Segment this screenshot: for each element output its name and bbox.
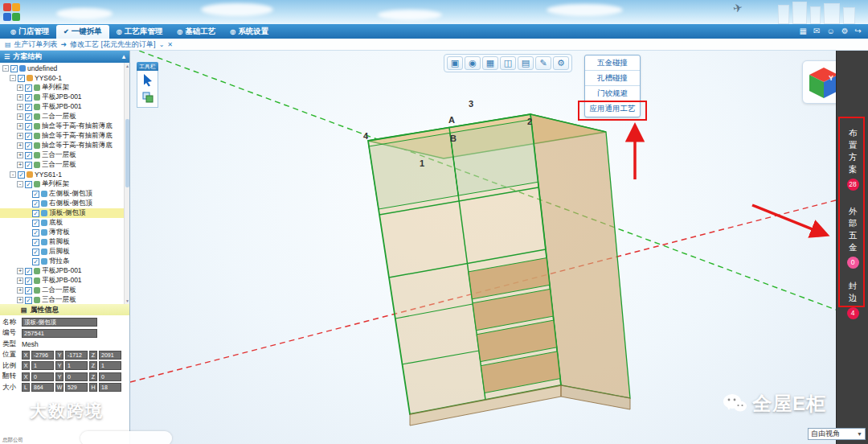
tree-item[interactable]: +✓平板JPB-001 bbox=[0, 266, 129, 276]
tree-item[interactable]: ✓前脚板 bbox=[0, 237, 129, 247]
tree-item[interactable]: +✓二合一层板 bbox=[0, 112, 129, 121]
axis-value-field[interactable]: 1 bbox=[65, 361, 88, 370]
expander-icon[interactable]: + bbox=[17, 287, 23, 294]
checkbox[interactable]: ✓ bbox=[25, 287, 32, 294]
collapse-icon[interactable]: ▴ bbox=[122, 53, 125, 60]
axis-value-field[interactable]: 1 bbox=[31, 361, 54, 370]
axis-value-field[interactable]: 2091 bbox=[99, 351, 121, 360]
axis-value-field[interactable]: -2796 bbox=[31, 351, 54, 360]
expander-icon[interactable]: + bbox=[17, 123, 23, 130]
tree-item[interactable]: ✓底板 bbox=[0, 218, 129, 228]
sidebar-group-1[interactable]: 外部五金0 bbox=[837, 205, 868, 269]
checkbox[interactable]: ✓ bbox=[25, 162, 32, 169]
capture-icon[interactable]: ▣ bbox=[447, 56, 463, 70]
tab-4[interactable]: ◎系统设置 bbox=[223, 25, 276, 39]
list-icon[interactable]: ▤ bbox=[518, 56, 534, 70]
tree-item[interactable]: +✓平板JPB-001 bbox=[0, 102, 129, 112]
checkbox[interactable]: ✓ bbox=[25, 152, 32, 159]
tree-item[interactable]: +✓抽盒等于高-有抽前薄底 bbox=[0, 131, 129, 141]
expander-icon[interactable]: + bbox=[17, 142, 23, 149]
context-menu-item-0[interactable]: 五金碰撞 bbox=[585, 56, 640, 71]
checkbox[interactable]: ✓ bbox=[32, 239, 39, 246]
property-value-field[interactable]: 顶板-侧包顶 bbox=[22, 318, 97, 327]
menu-icon[interactable]: ☰ bbox=[4, 53, 10, 60]
expander-icon[interactable]: + bbox=[17, 268, 23, 274]
gear-icon[interactable]: ⚙ bbox=[553, 56, 569, 70]
checkbox[interactable]: ✓ bbox=[32, 229, 39, 236]
expander-icon[interactable]: + bbox=[17, 104, 23, 110]
tree-item[interactable]: +✓单列框架 bbox=[0, 83, 129, 92]
expander-icon[interactable]: + bbox=[17, 278, 23, 284]
sidebar-group-2[interactable]: 封边4 bbox=[837, 280, 868, 319]
checkbox[interactable]: ✓ bbox=[32, 249, 39, 256]
checkbox[interactable]: ✓ bbox=[18, 75, 25, 82]
tree-scrollbar[interactable]: ▲ ▼ bbox=[124, 63, 129, 304]
checkbox[interactable]: ✓ bbox=[25, 123, 32, 130]
sidebar-group-0[interactable]: 布置方案28 bbox=[837, 127, 868, 191]
tab-0[interactable]: ◎门店管理 bbox=[3, 25, 56, 39]
expander-icon[interactable]: - bbox=[2, 65, 9, 72]
tree-item[interactable]: ✓后脚板 bbox=[0, 247, 129, 257]
checkbox[interactable]: ✓ bbox=[32, 191, 39, 198]
cabinet-model[interactable] bbox=[368, 114, 630, 426]
context-menu-item-2[interactable]: 门铰规避 bbox=[585, 86, 640, 101]
context-menu-item-1[interactable]: 孔槽碰撞 bbox=[585, 71, 640, 86]
tree-item[interactable]: +✓三合一层板 bbox=[0, 150, 129, 160]
checkbox[interactable]: ✓ bbox=[25, 181, 32, 188]
property-value-field[interactable]: 257541 bbox=[22, 329, 97, 338]
checkbox[interactable]: ✓ bbox=[10, 65, 18, 72]
checkbox[interactable]: ✓ bbox=[32, 220, 39, 227]
scroll-down-icon[interactable]: ▼ bbox=[125, 298, 129, 303]
breadcrumb-orders-link[interactable]: 生产订单列表 bbox=[14, 39, 58, 50]
viewport-3d[interactable]: 4132AB ▣◉▦◫▤✎⚙ 工具栏 五金碰撞孔槽碰撞门铰规避应用通用工艺 bbox=[130, 51, 836, 444]
expander-icon[interactable]: + bbox=[17, 162, 23, 168]
tab-1[interactable]: ✔一键拆单 bbox=[56, 25, 109, 39]
tree-item[interactable]: -✓YYS61-1 bbox=[0, 170, 129, 179]
edit-icon[interactable]: ✎ bbox=[535, 56, 551, 70]
expander-icon[interactable]: + bbox=[17, 113, 23, 120]
tab-3[interactable]: ◎基础工艺 bbox=[170, 25, 223, 39]
axis-value-field[interactable]: 18 bbox=[99, 383, 121, 392]
checkbox[interactable]: ✓ bbox=[25, 84, 32, 92]
checkbox[interactable]: ✓ bbox=[32, 200, 39, 208]
tree-item[interactable]: +✓抽盒等于高-有抽前薄底 bbox=[0, 141, 129, 150]
tree-item[interactable]: ✓背拉条 bbox=[0, 257, 129, 266]
axis-value-field[interactable]: 529 bbox=[65, 383, 88, 392]
tree-item[interactable]: ✓薄背板 bbox=[0, 228, 129, 237]
axis-value-field[interactable]: 0 bbox=[65, 372, 88, 381]
axis-value-field[interactable]: -1712 bbox=[65, 351, 88, 360]
expander-icon[interactable]: - bbox=[10, 75, 16, 81]
tree-item[interactable]: ✓右侧板-侧包顶 bbox=[0, 199, 129, 208]
checkbox[interactable]: ✓ bbox=[25, 278, 32, 285]
grid-icon[interactable]: ▦ bbox=[482, 56, 498, 70]
tree-item[interactable]: +✓三合一层板 bbox=[0, 160, 129, 170]
checkbox[interactable]: ✓ bbox=[25, 142, 32, 150]
tree-item[interactable]: ✓左侧板-侧包顶 bbox=[0, 189, 129, 199]
close-icon[interactable]: ✕ bbox=[167, 41, 173, 48]
tree-item[interactable]: -✓YYS60-1 bbox=[0, 73, 129, 83]
expander-icon[interactable]: - bbox=[10, 171, 16, 178]
checkbox[interactable]: ✓ bbox=[25, 268, 32, 275]
context-menu-item-3[interactable]: 应用通用工艺 bbox=[585, 101, 640, 117]
panel-icon[interactable]: ◫ bbox=[500, 56, 516, 70]
calendar-icon[interactable]: ▦ bbox=[800, 26, 807, 37]
tree-item[interactable]: +✓三合一层板 bbox=[0, 295, 129, 304]
expander-icon[interactable]: + bbox=[17, 297, 23, 303]
scene-canvas[interactable] bbox=[130, 51, 836, 444]
tab-2[interactable]: ◎工艺库管理 bbox=[109, 25, 170, 39]
expander-icon[interactable]: + bbox=[17, 133, 23, 139]
checkbox[interactable]: ✓ bbox=[25, 94, 32, 101]
checkbox[interactable]: ✓ bbox=[25, 133, 32, 140]
axis-value-field[interactable]: 0 bbox=[31, 372, 54, 381]
expander-icon[interactable]: + bbox=[17, 84, 23, 91]
scroll-up-icon[interactable]: ▲ bbox=[125, 64, 129, 68]
nav-cube[interactable]: Y bbox=[802, 60, 836, 104]
orbit-icon[interactable]: ◉ bbox=[465, 56, 481, 70]
cursor-icon[interactable] bbox=[141, 73, 154, 87]
axis-value-field[interactable]: 864 bbox=[31, 383, 54, 392]
checkbox[interactable]: ✓ bbox=[18, 171, 25, 179]
tree-item[interactable]: +✓抽盒等于高-有抽前薄底 bbox=[0, 121, 129, 131]
exit-icon[interactable]: ↪ bbox=[855, 26, 862, 37]
message-icon[interactable]: ✉ bbox=[813, 26, 820, 37]
checkbox[interactable]: ✓ bbox=[32, 210, 39, 217]
